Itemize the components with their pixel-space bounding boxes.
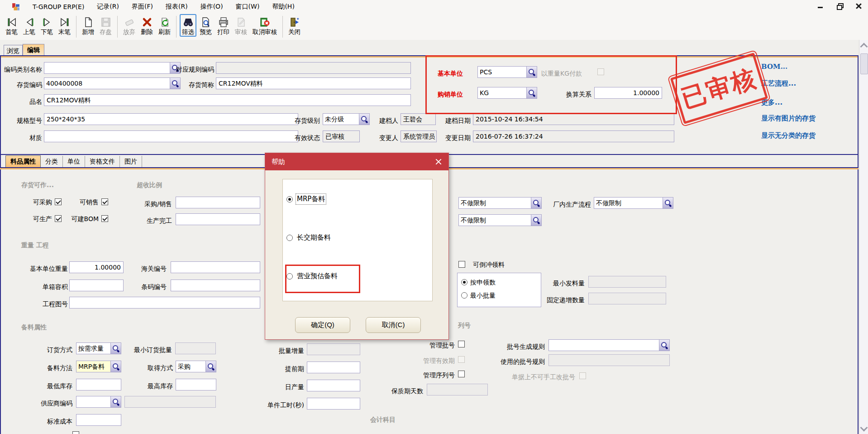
unit-work-seconds-input[interactable] — [307, 398, 360, 410]
dialog-close-icon[interactable] — [435, 158, 442, 165]
scroll-up-icon[interactable] — [860, 42, 867, 48]
drawing-no-input[interactable] — [69, 297, 260, 309]
scrollbar-thumb[interactable] — [860, 53, 868, 74]
std-cost-input[interactable] — [76, 414, 121, 426]
sellable-checkbox[interactable] — [101, 198, 108, 205]
inventory-code-combo[interactable]: 400400008 — [44, 77, 181, 89]
menu-item-app[interactable]: T-GROUP ERP(E) — [33, 3, 84, 10]
show-unclassified-link[interactable]: 显示无分类的存货 — [761, 131, 816, 140]
toolbar-delete-button[interactable]: 删除 — [138, 14, 155, 37]
lookup-icon[interactable] — [526, 67, 537, 77]
lead-time-input[interactable] — [307, 362, 360, 373]
min-batch-radio[interactable] — [461, 292, 467, 299]
producible-checkbox[interactable] — [55, 215, 62, 222]
tab-unit[interactable]: 单位 — [63, 156, 85, 167]
purchasable-label: 可采购 — [27, 197, 52, 207]
tab-item-attributes[interactable]: 料品属性 — [5, 155, 41, 167]
bom-buildable-checkbox[interactable] — [101, 215, 108, 222]
acquire-mode-combo[interactable]: 采购 — [176, 361, 216, 372]
purchasable-checkbox[interactable] — [55, 198, 62, 205]
more-link[interactable]: 更多... — [761, 98, 782, 107]
cancel-button[interactable]: 取消(C) — [366, 317, 421, 333]
rule-code-input[interactable] — [216, 62, 411, 74]
menu-item-operation[interactable]: 操作(O) — [200, 3, 223, 11]
menu-item-window[interactable]: 窗口(W) — [236, 3, 260, 11]
base-unit-combo[interactable]: PCS — [477, 66, 537, 78]
toolbar-print-button[interactable]: 打印 — [215, 14, 232, 37]
help-dialog-titlebar[interactable]: 帮助 — [265, 153, 448, 170]
lookup-icon[interactable] — [205, 361, 216, 372]
toolbar-prev-button[interactable]: 上笔 — [21, 14, 38, 37]
toolbar-new-button[interactable]: 新增 — [80, 14, 96, 37]
toolbar-cancel-audit-button[interactable]: 取消审核 — [250, 14, 279, 37]
daily-output-input[interactable] — [307, 380, 360, 391]
lookup-icon[interactable] — [663, 198, 673, 208]
lookup-icon[interactable] — [110, 343, 121, 354]
menu-item-interface[interactable]: 界面(F) — [132, 3, 153, 11]
vertical-scrollbar[interactable] — [859, 40, 868, 434]
manage-batch-checkbox[interactable] — [458, 341, 465, 347]
tab-image[interactable]: 图片 — [120, 156, 142, 167]
restrict-combo-2[interactable]: 不做限制 — [458, 214, 542, 226]
lookup-icon[interactable] — [531, 215, 541, 226]
base-weight-input[interactable]: 1.00000 — [69, 261, 124, 273]
option-long-lead[interactable]: 长交期备料 — [286, 233, 331, 242]
lookup-icon[interactable] — [110, 361, 121, 372]
toolbar-filter-button[interactable]: 筛选 — [180, 14, 196, 37]
tab-browse[interactable]: 浏览 — [4, 45, 23, 56]
menu-item-report[interactable]: 报表(R) — [166, 3, 188, 11]
scroll-down-icon[interactable] — [860, 425, 867, 431]
prep-method-combo[interactable]: MRP备料 — [76, 361, 121, 372]
backflush-checkbox[interactable] — [458, 261, 465, 268]
bom-link[interactable]: BOM... — [761, 63, 787, 71]
toolbar-last-button[interactable]: 末笔 — [56, 14, 73, 37]
material-input[interactable] — [44, 130, 298, 142]
box-volume-input[interactable] — [69, 280, 124, 291]
lookup-icon[interactable] — [526, 87, 537, 98]
trade-unit-combo[interactable]: KG — [477, 87, 537, 99]
mrp-radio[interactable] — [286, 196, 293, 203]
barcode-input[interactable] — [171, 280, 260, 291]
shelf-days-input[interactable] — [427, 384, 488, 395]
toolbar-preview-button[interactable]: 预览 — [197, 14, 214, 37]
option-mrp[interactable]: MRP备料 — [286, 195, 325, 203]
supplier-code-combo[interactable] — [76, 396, 121, 408]
max-stock-input[interactable] — [176, 379, 216, 391]
inventory-level-combo[interactable]: 未分级 — [323, 113, 370, 125]
tab-qualification[interactable]: 资格文件 — [85, 156, 120, 167]
long-lead-radio[interactable] — [286, 235, 293, 241]
batch-rule-combo[interactable] — [548, 339, 670, 351]
production-ratio-input[interactable] — [176, 213, 260, 225]
customs-code-input[interactable] — [171, 261, 260, 273]
code-category-combo[interactable] — [44, 62, 181, 74]
product-name-input[interactable]: CR12MOV精料 — [44, 94, 411, 106]
toolbar-refresh-button[interactable]: 刷新 — [156, 14, 173, 37]
lookup-icon[interactable] — [531, 198, 541, 208]
min-stock-input[interactable] — [76, 379, 121, 391]
lookup-icon[interactable] — [359, 114, 369, 125]
menu-item-record[interactable]: 记录(R) — [97, 3, 119, 11]
ok-button[interactable]: 确定(Q) — [295, 317, 350, 333]
minimize-icon[interactable] — [817, 3, 824, 9]
lookup-icon[interactable] — [659, 340, 669, 351]
restrict-combo-1[interactable]: 不做限制 — [458, 197, 542, 209]
conversion-input[interactable]: 1.00000 — [594, 87, 662, 99]
tab-edit[interactable]: 编辑 — [23, 44, 44, 56]
close-icon[interactable] — [855, 3, 862, 9]
toolbar-close-button[interactable]: 关闭 — [286, 14, 303, 37]
lookup-icon[interactable] — [110, 396, 121, 407]
tab-classification[interactable]: 分类 — [41, 156, 63, 167]
toolbar-first-button[interactable]: 首笔 — [3, 14, 20, 37]
purchase-sale-ratio-input[interactable] — [176, 197, 260, 208]
toolbar-next-button[interactable]: 下笔 — [38, 14, 55, 37]
show-with-image-link[interactable]: 显示有图片的存货 — [761, 114, 816, 123]
order-mode-combo[interactable]: 按需求量 — [76, 342, 121, 354]
restore-icon[interactable] — [836, 3, 843, 9]
process-flow-link[interactable]: 工艺流程... — [761, 79, 796, 88]
by-request-radio[interactable] — [461, 279, 467, 285]
inventory-abbr-input[interactable]: CR12MOV精料 — [216, 77, 411, 89]
factory-flow-combo[interactable]: 不做限制 — [594, 197, 673, 209]
spec-input[interactable]: 250*240*35 — [44, 113, 298, 125]
manage-serial-checkbox[interactable] — [458, 371, 465, 377]
menu-item-help[interactable]: 帮助(H) — [272, 3, 294, 11]
